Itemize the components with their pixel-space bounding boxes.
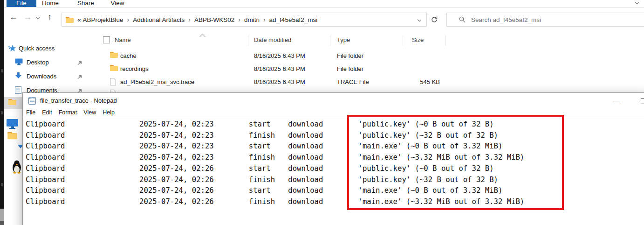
pin-icon: [77, 74, 82, 81]
file-type: TRACE File: [337, 78, 369, 85]
folder-icon: [110, 52, 118, 59]
breadcrumb-separator-icon: ›: [263, 16, 266, 23]
notepad-title: file_transfer_trace - Notepad: [40, 97, 117, 104]
column-separator[interactable]: [330, 35, 330, 46]
file-type: File folder: [337, 52, 363, 59]
table-row[interactable]: recordings8/16/2025 6:43 PMFile folder: [84, 63, 644, 76]
arrow-down-icon: [15, 72, 22, 80]
breadcrumb-separator-icon: ›: [238, 16, 240, 23]
file-name: recordings: [120, 65, 149, 72]
breadcrumb-segment[interactable]: dmitri: [244, 16, 260, 23]
table-row[interactable]: cache8/16/2025 6:43 PMFile folder: [84, 50, 644, 63]
refresh-icon: [431, 16, 438, 23]
address-folder-icon: [66, 17, 74, 23]
menu-item-format[interactable]: Format: [59, 109, 77, 116]
ribbon-tab-share[interactable]: Share: [73, 0, 99, 7]
refresh-button[interactable]: [423, 13, 445, 27]
this-pc-icon: [6, 119, 19, 130]
ribbon-tabs: FileHomeShareView: [4, 0, 644, 7]
column-header-date-modified[interactable]: Date modified: [254, 36, 291, 43]
column-header-type[interactable]: Type: [337, 36, 350, 43]
breadcrumb-segment[interactable]: Additional Artifacts: [133, 16, 185, 23]
folder-icon: [7, 132, 17, 140]
menu-item-view[interactable]: View: [83, 109, 96, 116]
desktop-edge-strip: [0, 0, 4, 225]
address-bar[interactable]: « ABProjektBlue›Additional Artifacts›ABP…: [62, 13, 427, 27]
notepad-app-icon: [28, 97, 36, 105]
monitor-icon: [15, 58, 23, 67]
forward-button[interactable]: →: [23, 11, 32, 23]
screen: FileHomeShareView ← → ↑ « ABProjektBlue›…: [0, 0, 644, 225]
breadcrumb-prefix: «: [77, 16, 81, 23]
search-icon: [459, 16, 466, 23]
file-name: cache: [120, 52, 137, 59]
sidebar-item-downloads[interactable]: Downloads: [0, 72, 84, 83]
up-button[interactable]: ↑: [48, 11, 52, 23]
search-input[interactable]: [470, 16, 644, 24]
sidebar-item-label: Desktop: [27, 59, 49, 66]
table-row[interactable]: ad_f45e5af2_msi_svc.trace8/16/2025 6:43 …: [84, 77, 644, 89]
sidebar-item-quick-access[interactable]: Quick access: [0, 44, 84, 55]
sidebar-item-desktop[interactable]: Desktop: [0, 58, 84, 69]
folder-icon: [110, 65, 118, 72]
column-separator[interactable]: [445, 35, 446, 46]
search-box: [446, 13, 644, 27]
file-type: File folder: [337, 65, 363, 72]
desktop-edge-gray: [0, 209, 4, 221]
sidebar-item-label: Quick access: [19, 45, 55, 52]
breadcrumb-separator-icon: ›: [127, 16, 130, 23]
ribbon-tab-file[interactable]: File: [7, 0, 36, 7]
ribbon-tab-view[interactable]: View: [107, 0, 128, 7]
folder-icon: [8, 99, 16, 105]
notepad-title-bar[interactable]: file_transfer_trace - Notepad —: [23, 93, 644, 108]
column-separator[interactable]: [248, 35, 248, 46]
breadcrumb: ABProjektBlue›Additional Artifacts›ABPB-…: [83, 16, 318, 23]
file-date-modified: 8/16/2025 6:43 PM: [254, 78, 305, 85]
desktop-edge-gray-dark: [0, 221, 4, 225]
explorer-ribbon: FileHomeShareView: [4, 0, 644, 7]
file-size: 545 KB: [403, 78, 440, 85]
file-name: ad_f45e5af2_msi_svc.trace: [120, 78, 194, 85]
tux-penguin-icon: [12, 160, 22, 174]
document-icon: [15, 86, 21, 95]
breadcrumb-segment[interactable]: ad_f45e5af2_msi: [269, 16, 318, 23]
history-dropdown-icon[interactable]: [36, 15, 40, 19]
star-icon: [8, 44, 16, 54]
menu-item-help[interactable]: Help: [103, 109, 115, 116]
address-dropdown-icon[interactable]: [418, 18, 421, 21]
column-header-size[interactable]: Size: [412, 36, 424, 43]
breadcrumb-segment[interactable]: ABProjektBlue: [83, 16, 123, 23]
menu-item-file[interactable]: File: [26, 109, 35, 116]
sort-ascending-icon: [199, 34, 206, 40]
select-all-checkbox[interactable]: [103, 36, 110, 43]
file-date-modified: 8/16/2025 6:43 PM: [254, 65, 305, 72]
minimize-button[interactable]: —: [605, 93, 627, 108]
breadcrumb-segment[interactable]: ABPB-WKS02: [194, 16, 234, 23]
column-separator[interactable]: [403, 35, 403, 46]
menu-item-edit[interactable]: Edit: [42, 109, 52, 116]
sidebar-item-label: Downloads: [27, 73, 56, 80]
highlight-rectangle: [347, 115, 564, 210]
breadcrumb-separator-icon: ›: [188, 16, 191, 23]
ribbon-tab-home[interactable]: Home: [39, 0, 62, 7]
back-button[interactable]: ←: [9, 11, 18, 23]
column-header-name[interactable]: Name: [115, 36, 131, 43]
maximize-button[interactable]: [641, 98, 644, 104]
file-icon: [110, 78, 116, 87]
file-date-modified: 8/16/2025 6:43 PM: [254, 52, 305, 59]
explorer-navbar: ← → ↑ « ABProjektBlue›Additional Artifac…: [4, 7, 644, 31]
pin-icon: [77, 60, 82, 67]
